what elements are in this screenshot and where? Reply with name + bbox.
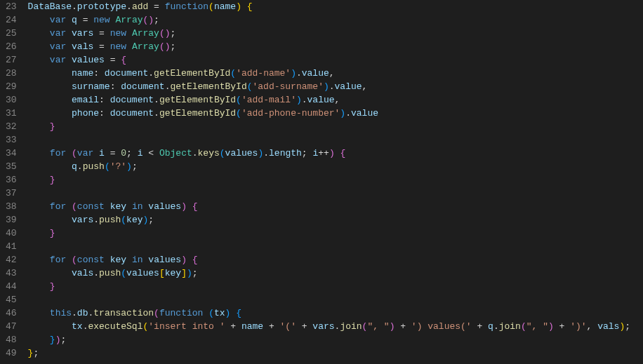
token: getElementById: [154, 68, 230, 79]
line-number: 47: [6, 320, 17, 333]
token: (): [159, 41, 171, 52]
token: Object: [159, 148, 192, 159]
token: values: [225, 148, 258, 159]
code-line[interactable]: [28, 240, 643, 253]
code-editor[interactable]: 2324252627282930313233343536373839404142…: [0, 0, 643, 364]
token: +: [296, 321, 312, 332]
token: =: [105, 148, 121, 159]
token: :: [110, 81, 121, 92]
code-line[interactable]: name: document.getElementById('add-name'…: [28, 67, 643, 80]
token: [28, 28, 50, 39]
token: .: [192, 148, 198, 159]
token: ]: [181, 268, 187, 278]
code-line[interactable]: this.db.transaction(function (tx) {: [28, 306, 643, 320]
line-number-gutter: 2324252627282930313233343536373839404142…: [0, 0, 25, 364]
token: q: [72, 15, 77, 25]
code-line[interactable]: };: [28, 346, 643, 360]
code-line[interactable]: for (const key in values) {: [28, 200, 643, 213]
token: [28, 81, 72, 92]
code-line[interactable]: for (var i = 0; i < Object.keys(values).…: [28, 147, 643, 160]
token: .: [148, 68, 154, 79]
token: email: [72, 95, 99, 105]
token: document: [110, 95, 154, 105]
token: length: [269, 148, 302, 159]
code-line[interactable]: }: [28, 280, 643, 293]
token: tx: [72, 321, 83, 332]
code-line[interactable]: email: document.getElementById('add-mail…: [28, 93, 643, 107]
token: (: [220, 148, 225, 159]
token: in: [132, 201, 143, 212]
token: [28, 68, 72, 79]
line-number: 34: [6, 147, 17, 160]
token: [241, 1, 247, 12]
token: vars: [72, 215, 93, 225]
token: name: [72, 68, 93, 79]
token: ): [329, 148, 335, 159]
token: var: [50, 28, 66, 39]
line-number: 29: [6, 80, 17, 93]
code-line[interactable]: vars.push(key);: [28, 213, 643, 227]
line-number: 44: [6, 280, 17, 293]
token: .: [72, 308, 77, 318]
token: '(': [280, 321, 296, 332]
code-area[interactable]: DataBase.prototype.add = function(name) …: [25, 0, 643, 364]
token: var: [50, 15, 66, 25]
token: prototype: [77, 1, 126, 12]
token: .: [345, 108, 351, 119]
token: .: [302, 95, 307, 105]
code-line[interactable]: var values = {: [28, 53, 643, 67]
code-line[interactable]: q.push('?');: [28, 160, 643, 173]
token: [28, 335, 50, 345]
code-line[interactable]: [28, 187, 643, 200]
code-line[interactable]: surname: document.getElementById('add-su…: [28, 80, 643, 93]
token: document: [110, 108, 154, 119]
code-line[interactable]: tx.executeSql('insert into ' + name + '(…: [28, 320, 643, 333]
code-line[interactable]: var vars = new Array();: [28, 27, 643, 40]
token: .: [263, 148, 269, 159]
token: }: [50, 335, 55, 345]
token: +: [225, 321, 241, 332]
line-number: 24: [6, 13, 17, 27]
token: }: [50, 175, 55, 185]
code-line[interactable]: DataBase.prototype.add = function(name) …: [28, 0, 643, 13]
code-line[interactable]: }: [28, 120, 643, 133]
token: ): [548, 321, 554, 332]
token: [28, 108, 72, 119]
token: 'add-name': [236, 68, 291, 79]
line-number: 33: [6, 133, 17, 147]
token: const: [77, 201, 105, 212]
token: var: [50, 41, 66, 52]
code-line[interactable]: phone: document.getElementById('add-phon…: [28, 107, 643, 120]
token: [66, 201, 72, 212]
code-line[interactable]: [28, 293, 643, 306]
token: (: [230, 68, 236, 79]
code-line[interactable]: vals.push(values[key]);: [28, 267, 643, 280]
token: .: [72, 1, 77, 12]
token: ): [181, 201, 187, 212]
line-number: 32: [6, 120, 17, 133]
code-line[interactable]: }: [28, 227, 643, 240]
code-line[interactable]: });: [28, 333, 643, 346]
token: [28, 121, 50, 132]
line-number: 37: [6, 187, 17, 200]
token: var: [50, 55, 66, 65]
token: vars: [72, 28, 93, 39]
token: {: [247, 1, 253, 12]
line-number: 31: [6, 107, 17, 120]
code-line[interactable]: for (const key in values) {: [28, 253, 643, 267]
token: }: [50, 281, 55, 292]
token: (: [208, 308, 214, 318]
code-line[interactable]: var vals = new Array();: [28, 40, 643, 53]
token: keys: [198, 148, 220, 159]
code-line[interactable]: }: [28, 173, 643, 187]
token: ): [291, 68, 296, 79]
token: (: [236, 108, 241, 119]
token: i: [138, 148, 143, 159]
line-number: 42: [6, 253, 17, 267]
code-line[interactable]: var q = new Array();: [28, 13, 643, 27]
token: values: [148, 201, 181, 212]
code-line[interactable]: [28, 133, 643, 147]
token: value: [307, 95, 335, 105]
token: Array: [132, 41, 159, 52]
token: document: [121, 81, 164, 92]
